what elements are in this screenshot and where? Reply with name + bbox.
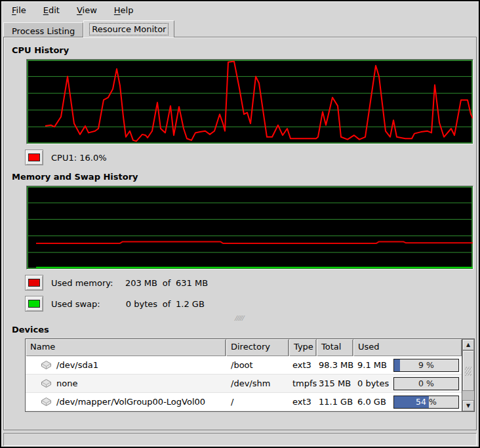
devices-table-header: Name Directory Type Total Used: [26, 339, 462, 356]
system-monitor-window: File Edit View Help Process Listing Reso…: [0, 0, 480, 448]
tab-bar: Process Listing Resource Monitor: [1, 19, 479, 37]
disk-icon: [40, 397, 52, 407]
device-directory: /: [226, 397, 289, 407]
swap-color-swatch-button[interactable]: [25, 296, 43, 312]
device-type: ext3: [289, 360, 317, 370]
column-header-total[interactable]: Total: [317, 339, 353, 356]
swap-used-value: 0 bytes: [119, 299, 157, 309]
scrollbar-track[interactable]: [462, 350, 474, 400]
usage-percent-label: 9 %: [394, 359, 458, 371]
device-usage-progressbar: 9 % 9 %: [393, 359, 459, 372]
memory-color-swatch: [28, 279, 40, 287]
column-header-name[interactable]: Name: [26, 339, 226, 356]
pane-resize-grip[interactable]: ⁄⁄⁄⁄⁄: [12, 316, 468, 323]
memory-used-value: 203 MB: [119, 278, 157, 288]
tab-process-listing[interactable]: Process Listing: [3, 22, 83, 37]
device-type: ext3: [289, 397, 317, 407]
tab-resource-monitor[interactable]: Resource Monitor: [83, 20, 174, 37]
cpu-legend: CPU1: 16.0%: [25, 150, 468, 165]
swap-legend-label: Used swap:: [51, 299, 119, 309]
cpu-history-title: CPU History: [12, 45, 468, 55]
device-row[interactable]: /dev/sda1 /boot ext3 98.3 MB 9.1 MB 9 % …: [26, 356, 462, 375]
scrollbar-thumb[interactable]: [462, 350, 474, 391]
device-directory: /dev/shm: [226, 378, 289, 388]
cpu-color-swatch: [28, 153, 40, 161]
menu-help[interactable]: Help: [110, 5, 138, 17]
cpu-legend-label: CPU1: 16.0%: [51, 153, 107, 163]
device-name: none: [56, 378, 77, 388]
device-row[interactable]: none /dev/shm tmpfs 315 MB 0 bytes 0 % 0…: [26, 375, 462, 393]
memory-legend: Used memory: 203 MB of 631 MB: [25, 275, 468, 291]
devices-title: Devices: [12, 325, 468, 335]
memory-of-label: of: [157, 278, 176, 288]
devices-table: Name Directory Type Total Used /dev/sda1…: [25, 338, 475, 412]
device-used: 9.1 MB: [357, 360, 387, 370]
memory-legend-label: Used memory:: [51, 278, 119, 288]
device-name: /dev/mapper/VolGroup00-LogVol00: [56, 397, 205, 407]
column-header-used[interactable]: Used: [353, 339, 462, 356]
status-bar: [3, 433, 477, 446]
menu-file[interactable]: File: [8, 5, 30, 17]
device-row[interactable]: /dev/mapper/VolGroup00-LogVol00 / ext3 1…: [26, 393, 462, 411]
swap-legend: Used swap: 0 bytes of 1.2 GB: [25, 296, 468, 312]
menu-view[interactable]: View: [73, 5, 101, 17]
memory-total-value: 631 MB: [176, 278, 208, 288]
tab-process-listing-label: Process Listing: [9, 25, 77, 37]
usage-percent-label: 0 %: [394, 378, 458, 390]
memory-history-graph: [26, 186, 473, 270]
cpu-history-graph: [26, 59, 473, 144]
resource-monitor-page: CPU History CPU1: 16.0% Memory and Swap …: [3, 37, 477, 430]
memory-color-swatch-button[interactable]: [25, 275, 43, 291]
column-header-directory[interactable]: Directory: [226, 339, 289, 356]
cpu-color-swatch-button[interactable]: [25, 150, 43, 165]
device-type: tmpfs: [289, 378, 317, 388]
column-header-type[interactable]: Type: [289, 339, 317, 356]
device-total: 11.1 GB: [317, 397, 353, 407]
devices-scrollbar[interactable]: ▲ ▼: [462, 339, 474, 411]
tab-resource-monitor-label: Resource Monitor: [89, 23, 169, 35]
scroll-up-icon[interactable]: ▲: [462, 339, 474, 350]
swap-total-value: 1.2 GB: [176, 299, 205, 309]
menubar: File Edit View Help: [1, 1, 479, 19]
device-usage-progressbar: 54 % 54 %: [393, 396, 459, 409]
device-directory: /boot: [226, 360, 289, 370]
memory-history-title: Memory and Swap History: [12, 172, 468, 182]
device-used: 0 bytes: [357, 378, 389, 388]
disk-icon: [40, 360, 52, 370]
swap-of-label: of: [157, 299, 176, 309]
device-total: 315 MB: [317, 378, 353, 388]
device-used: 6.0 GB: [357, 397, 386, 407]
device-name: /dev/sda1: [56, 360, 98, 370]
swap-color-swatch: [28, 300, 40, 308]
usage-progress-fill: 54 %: [394, 396, 429, 408]
menu-edit[interactable]: Edit: [39, 5, 64, 17]
disk-icon: [40, 378, 52, 388]
usage-progress-fill: 9 %: [394, 359, 400, 371]
device-total: 98.3 MB: [317, 360, 353, 370]
scroll-down-icon[interactable]: ▼: [462, 400, 474, 411]
device-usage-progressbar: 0 % 0 %: [393, 377, 459, 390]
